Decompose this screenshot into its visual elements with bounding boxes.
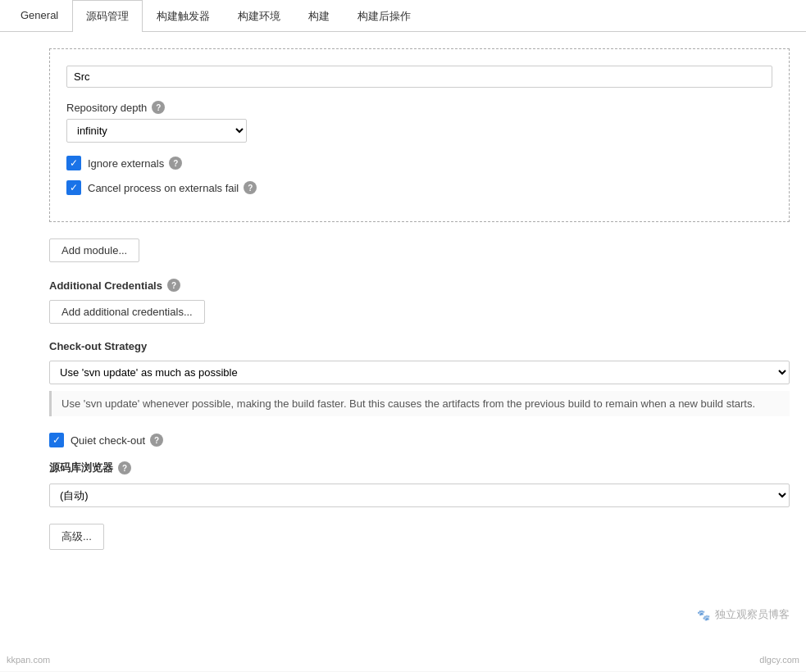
- source-browser-label: 源码库浏览器 ?: [49, 461, 790, 475]
- repository-depth-row: Repository depth ? infinity 1 2 5 10 100: [66, 101, 772, 143]
- checkout-strategy-section: Check-out Strategy Use 'svn update' as m…: [49, 340, 790, 416]
- tab-build[interactable]: 构建: [294, 0, 344, 32]
- tab-post-build[interactable]: 构建后操作: [344, 0, 425, 32]
- tab-general[interactable]: General: [7, 0, 72, 32]
- dashed-section: Repository depth ? infinity 1 2 5 10 100…: [49, 48, 790, 222]
- additional-credentials-help-icon[interactable]: ?: [167, 279, 180, 292]
- ignore-externals-help-icon[interactable]: ?: [169, 157, 182, 170]
- add-module-button[interactable]: Add module...: [49, 238, 139, 262]
- quiet-checkout-row: ✓ Quiet check-out ?: [49, 433, 790, 447]
- cancel-externals-label: Cancel process on externals fail ?: [88, 181, 257, 194]
- ignore-externals-checkbox[interactable]: ✓: [66, 156, 81, 170]
- tab-bar: General 源码管理 构建触发器 构建环境 构建 构建后操作: [0, 0, 806, 32]
- quiet-checkout-help-icon[interactable]: ?: [150, 434, 163, 447]
- repository-depth-help-icon[interactable]: ?: [152, 101, 165, 114]
- add-module-section: Add module...: [49, 238, 790, 262]
- footer-left: kkpan.com: [7, 655, 50, 665]
- advanced-button[interactable]: 高级...: [49, 524, 104, 550]
- checkout-strategy-label: Check-out Strategy: [49, 340, 790, 352]
- tab-build-trigger[interactable]: 构建触发器: [143, 0, 224, 32]
- source-browser-help-icon[interactable]: ?: [118, 461, 131, 474]
- quiet-checkout-checkbox[interactable]: ✓: [49, 433, 64, 447]
- src-input[interactable]: [66, 66, 772, 88]
- quiet-checkout-label: Quiet check-out ?: [71, 434, 163, 447]
- source-browser-section: 源码库浏览器 ? (自动): [49, 461, 790, 507]
- content-area: Repository depth ? infinity 1 2 5 10 100…: [0, 32, 806, 671]
- tab-source-management[interactable]: 源码管理: [72, 0, 143, 32]
- ignore-externals-label: Ignore externals ?: [88, 157, 182, 170]
- repository-depth-select[interactable]: infinity 1 2 5 10 100: [66, 119, 247, 143]
- repository-depth-label: Repository depth ?: [66, 101, 772, 114]
- additional-credentials-label: Additional Credentials ?: [49, 279, 790, 292]
- advanced-section: 高级...: [49, 524, 790, 550]
- additional-credentials-section: Additional Credentials ? Add additional …: [49, 279, 790, 324]
- tab-build-env[interactable]: 构建环境: [224, 0, 294, 32]
- watermark-icon: 🐾: [697, 609, 710, 621]
- cancel-externals-row: ✓ Cancel process on externals fail ?: [66, 180, 772, 195]
- add-additional-credentials-button[interactable]: Add additional credentials...: [49, 300, 205, 324]
- source-browser-select[interactable]: (自动): [49, 484, 790, 507]
- cancel-externals-help-icon[interactable]: ?: [244, 181, 257, 194]
- cancel-externals-checkbox[interactable]: ✓: [66, 180, 81, 195]
- checkout-strategy-select[interactable]: Use 'svn update' as much as possible Alw…: [49, 361, 790, 384]
- watermark: 🐾 独立观察员博客: [697, 607, 790, 622]
- src-field-row: [66, 66, 772, 88]
- ignore-externals-row: ✓ Ignore externals ?: [66, 156, 772, 170]
- footer-right: dlgcy.com: [759, 655, 799, 665]
- checkout-strategy-hint: Use 'svn update' whenever possible, maki…: [49, 391, 790, 416]
